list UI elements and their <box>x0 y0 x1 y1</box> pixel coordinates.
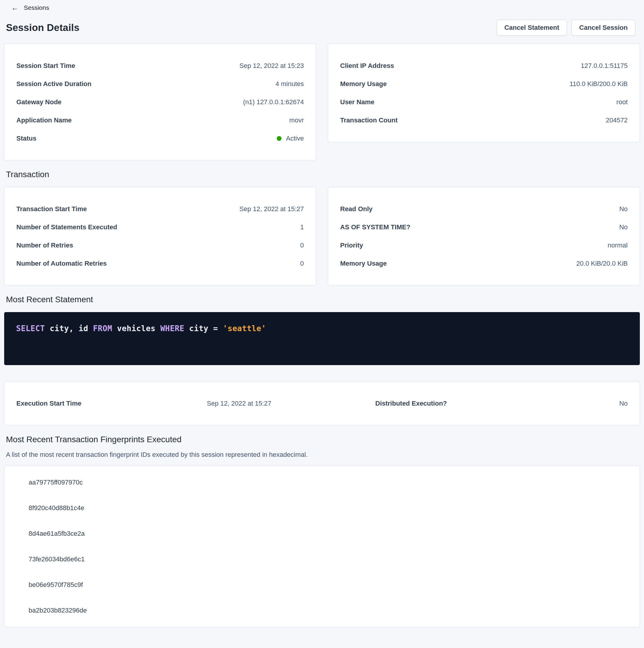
row-label: Memory Usage <box>340 260 393 267</box>
execution-distributed-pair: Distributed Execution? No <box>375 400 628 408</box>
page-header: Session Details Cancel Statement Cancel … <box>0 20 644 36</box>
sql-string-literal: 'seattle' <box>223 324 266 333</box>
row-value: 20.0 KiB/20.0 KiB <box>576 260 628 267</box>
summary-row: Client IP Address 127.0.0.1:51175 <box>340 57 628 75</box>
summary-row: Status Active <box>16 129 304 147</box>
statement-section-heading: Most Recent Statement <box>6 295 644 304</box>
row-label: Execution Start Time <box>16 400 207 408</box>
row-value: 4 minutes <box>276 80 304 88</box>
summary-row: Session Active Duration 4 minutes <box>16 75 304 93</box>
row-value: 0 <box>300 260 304 267</box>
status-badge: Active <box>277 134 304 142</box>
fingerprint-item: 8f920c40d88b1c4e <box>28 495 628 521</box>
fingerprint-item: 8d4ae61a5fb3ce2a <box>28 521 628 546</box>
row-label: Number of Statements Executed <box>16 223 123 231</box>
fingerprints-description: A list of the most recent transaction fi… <box>6 451 644 458</box>
summary-row: User Name root <box>340 93 628 111</box>
cancel-statement-button[interactable]: Cancel Statement <box>497 20 567 36</box>
row-label: AS OF SYSTEM TIME? <box>340 223 416 231</box>
sql-text: city = <box>184 324 223 333</box>
row-value: normal <box>608 241 628 249</box>
row-value: Sep 12, 2022 at 15:23 <box>239 62 304 70</box>
fingerprint-item: ba2b203b823296de <box>28 598 628 623</box>
row-value: Sep 12, 2022 at 15:27 <box>239 205 304 213</box>
execution-summary-card: Execution Start Time Sep 12, 2022 at 15:… <box>4 381 640 425</box>
fingerprints-card: aa79775ff097970c 8f920c40d88b1c4e 8d4ae6… <box>4 466 640 627</box>
row-value: Sep 12, 2022 at 15:27 <box>207 400 375 408</box>
page-title: Session Details <box>6 22 79 33</box>
sql-text: vehicles <box>112 324 160 333</box>
fingerprint-item: aa79775ff097970c <box>28 470 628 495</box>
summary-row: Number of Automatic Retries 0 <box>16 254 304 272</box>
summary-row: Priority normal <box>340 236 628 254</box>
row-label: User Name <box>340 98 380 106</box>
summary-row: Number of Statements Executed 1 <box>16 218 304 236</box>
session-details-page: ← Sessions Session Details Cancel Statem… <box>0 0 644 636</box>
transaction-card-right: Read Only No AS OF SYSTEM TIME? No Prior… <box>328 187 640 285</box>
row-label: Transaction Start Time <box>16 205 93 213</box>
session-summary-card-right: Client IP Address 127.0.0.1:51175 Memory… <box>328 44 640 142</box>
row-label: Priority <box>340 241 369 249</box>
status-active-dot-icon <box>277 136 282 141</box>
row-label: Read Only <box>340 205 378 213</box>
row-label: Session Active Duration <box>16 80 97 88</box>
fingerprint-item: 73fe26034bd6e6c1 <box>28 546 628 572</box>
row-label: Status <box>16 134 42 142</box>
sql-keyword: SELECT <box>16 324 45 333</box>
sql-statement-text: SELECT city, id FROM vehicles WHERE city… <box>16 324 628 333</box>
summary-row: Transaction Count 204572 <box>340 111 628 129</box>
transaction-grid: Transaction Start Time Sep 12, 2022 at 1… <box>4 187 640 285</box>
sql-keyword: WHERE <box>160 324 184 333</box>
row-value: No <box>619 205 628 213</box>
header-actions: Cancel Statement Cancel Session <box>497 20 635 36</box>
summary-row: Memory Usage 110.0 KiB/200.0 KiB <box>340 75 628 93</box>
summary-row: Session Start Time Sep 12, 2022 at 15:23 <box>16 57 304 75</box>
transaction-card-left: Transaction Start Time Sep 12, 2022 at 1… <box>4 187 316 285</box>
row-label: Number of Automatic Retries <box>16 260 113 267</box>
transaction-section-heading: Transaction <box>6 170 644 179</box>
row-label: Application Name <box>16 116 78 124</box>
sql-text: city, id <box>45 324 93 333</box>
row-value: 0 <box>300 241 304 249</box>
row-label: Session Start Time <box>16 62 81 70</box>
breadcrumb-back-sessions[interactable]: ← Sessions <box>0 4 49 11</box>
row-label: Number of Retries <box>16 241 79 249</box>
row-label: Memory Usage <box>340 80 393 88</box>
summary-row: Transaction Start Time Sep 12, 2022 at 1… <box>16 200 304 218</box>
sql-keyword: FROM <box>93 324 112 333</box>
session-summary-card-left: Session Start Time Sep 12, 2022 at 15:23… <box>4 44 316 160</box>
row-value: No <box>619 223 628 231</box>
row-value: 204572 <box>606 116 628 124</box>
summary-row: Application Name movr <box>16 111 304 129</box>
cancel-session-button[interactable]: Cancel Session <box>571 20 635 36</box>
session-summary-grid: Session Start Time Sep 12, 2022 at 15:23… <box>4 44 640 160</box>
fingerprints-section-heading: Most Recent Transaction Fingerprints Exe… <box>6 435 644 444</box>
gateway-node-link[interactable]: (n1) 127.0.0.1:62674 <box>243 98 304 106</box>
row-value: 127.0.0.1:51175 <box>581 62 628 70</box>
row-value: root <box>616 98 628 106</box>
row-label: Client IP Address <box>340 62 400 70</box>
summary-row: Gateway Node (n1) 127.0.0.1:62674 <box>16 93 304 111</box>
row-value: No <box>619 400 628 408</box>
summary-row: Number of Retries 0 <box>16 236 304 254</box>
back-arrow-icon: ← <box>11 4 18 11</box>
row-value: 1 <box>300 223 304 231</box>
breadcrumb-label: Sessions <box>24 4 49 11</box>
row-value: 110.0 KiB/200.0 KiB <box>570 80 628 88</box>
execution-summary-row: Execution Start Time Sep 12, 2022 at 15:… <box>16 394 628 413</box>
row-label: Distributed Execution? <box>375 400 447 408</box>
row-label: Gateway Node <box>16 98 68 106</box>
summary-row: AS OF SYSTEM TIME? No <box>340 218 628 236</box>
summary-row: Read Only No <box>340 200 628 218</box>
row-value: movr <box>289 116 304 124</box>
fingerprint-item: be06e9570f785c9f <box>28 572 628 598</box>
summary-row: Memory Usage 20.0 KiB/20.0 KiB <box>340 254 628 272</box>
row-label: Transaction Count <box>340 116 404 124</box>
status-text: Active <box>286 134 304 142</box>
sql-statement-block: SELECT city, id FROM vehicles WHERE city… <box>4 312 640 365</box>
